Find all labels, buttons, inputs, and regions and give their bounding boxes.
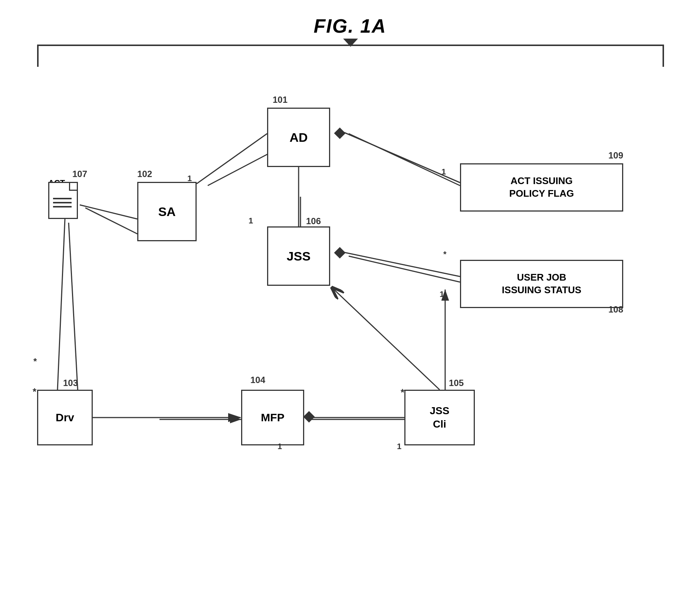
label-107: 107 [72, 169, 87, 179]
mult-ad-sa: 1 [187, 174, 192, 183]
mult-jsscli-jss: 1 [440, 290, 444, 299]
sa-label: SA [158, 205, 175, 219]
label-108: 108 [608, 304, 623, 315]
label-101: 101 [273, 95, 287, 105]
user-job-label: USER JOB ISSUING STATUS [502, 271, 581, 297]
mfp-label: MFP [261, 411, 284, 424]
mult-ad-jss: 1 [249, 216, 253, 226]
mult-jss-status: * [443, 249, 447, 259]
mult-drv-star: * [33, 386, 36, 398]
box-ad: AD [267, 108, 330, 167]
mult-jsscli-mfp: 1 [397, 442, 401, 451]
box-drv: Drv [37, 390, 93, 445]
svg-line-6 [85, 208, 145, 238]
box-sa: SA [137, 182, 197, 241]
label-103: 103 [63, 378, 78, 388]
mult-jss-mfp: 1 [277, 442, 282, 451]
annotation-user-job: USER JOB ISSUING STATUS [460, 260, 623, 308]
box-mfp: MFP [241, 390, 304, 445]
svg-line-9 [349, 256, 460, 282]
jss-label: JSS [287, 249, 310, 264]
mult-jsscli-star: * [401, 387, 404, 398]
act-doc-lines [53, 198, 72, 210]
act-document: ACT [48, 178, 82, 219]
svg-line-7 [69, 223, 78, 393]
mult-sa-drv: * [33, 356, 37, 367]
label-102: 102 [137, 169, 152, 179]
mult-ad-policy: 1 [441, 167, 446, 177]
box-jss-cli: JSS Cli [404, 390, 475, 445]
label-109: 109 [608, 150, 623, 161]
ad-label: AD [289, 130, 308, 145]
label-106: 106 [306, 216, 321, 226]
annotation-act-policy: ACT ISSUING POLICY FLAG [460, 163, 623, 212]
drv-label: Drv [56, 411, 74, 424]
act-policy-label: ACT ISSUING POLICY FLAG [509, 175, 574, 200]
jss-cli-label: JSS Cli [430, 404, 450, 431]
svg-line-8 [349, 134, 460, 186]
label-105: 105 [449, 378, 464, 388]
label-104: 104 [250, 375, 265, 385]
box-jss: JSS [267, 226, 330, 286]
act-doc-body [48, 182, 78, 219]
